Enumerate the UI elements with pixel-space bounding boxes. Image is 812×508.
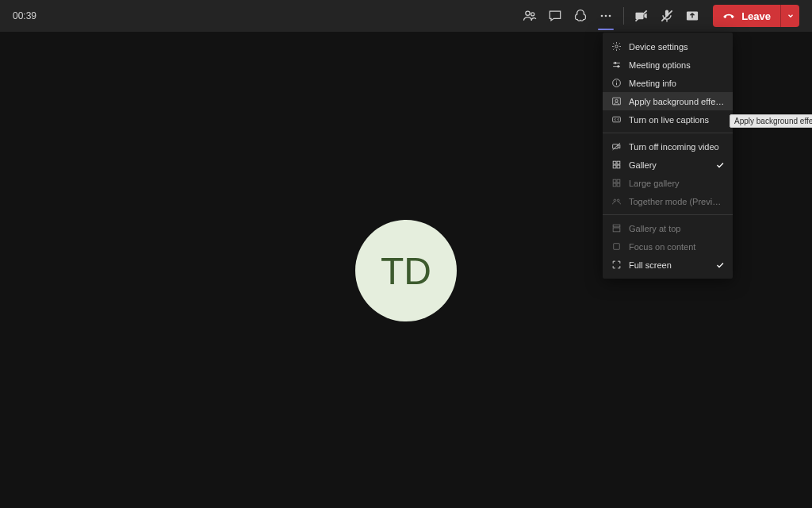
menu-item-focus-content: Focus on content xyxy=(603,237,733,256)
svg-rect-28 xyxy=(617,179,620,183)
svg-point-10 xyxy=(615,45,617,48)
svg-point-13 xyxy=(614,62,615,64)
leave-options-button[interactable] xyxy=(780,5,799,27)
together-icon xyxy=(611,196,622,207)
menu-item-gallery-top: Gallery at top xyxy=(603,219,733,237)
leave-label: Leave xyxy=(741,10,771,22)
camera-off-icon xyxy=(634,8,649,24)
people-icon xyxy=(522,8,538,24)
svg-point-17 xyxy=(615,81,616,82)
svg-point-1 xyxy=(531,13,534,16)
leave-group: Leave xyxy=(713,5,799,27)
grid-icon xyxy=(611,178,622,189)
menu-item-label: Together mode (Preview) xyxy=(629,197,725,206)
svg-rect-27 xyxy=(613,179,616,183)
svg-point-4 xyxy=(609,15,611,17)
more-icon xyxy=(598,8,614,24)
svg-rect-29 xyxy=(613,183,616,187)
menu-item-together-mode: Together mode (Preview) xyxy=(603,192,733,210)
menu-item-large-gallery: Large gallery xyxy=(603,174,733,192)
menu-item-meeting-options[interactable]: Meeting options xyxy=(603,56,733,74)
menu-item-label: Apply background effects xyxy=(629,97,725,106)
menu-item-meeting-info[interactable]: Meeting info xyxy=(603,74,733,92)
cc-icon xyxy=(611,114,622,125)
person-bg-icon xyxy=(611,96,622,107)
chevron-down-icon xyxy=(787,9,795,23)
menu-item-full-screen[interactable]: Full screen xyxy=(603,256,733,274)
svg-point-3 xyxy=(605,15,607,17)
svg-point-31 xyxy=(613,199,615,202)
svg-rect-26 xyxy=(617,165,620,168)
fullscreen-icon xyxy=(611,260,622,271)
svg-point-2 xyxy=(601,15,603,17)
share-tray-icon xyxy=(684,8,700,24)
people-button[interactable] xyxy=(517,0,542,32)
camera-toggle-button[interactable] xyxy=(629,0,654,32)
info-icon xyxy=(611,78,622,89)
menu-item-label: Focus on content xyxy=(629,242,725,252)
toolbar: Leave xyxy=(517,0,799,32)
avatar-initials: TD xyxy=(381,249,431,293)
svg-rect-30 xyxy=(617,183,620,187)
menu-item-device-settings[interactable]: Device settings xyxy=(603,37,733,56)
menu-item-label: Gallery at top xyxy=(629,224,725,233)
menu-item-label: Meeting info xyxy=(629,79,725,88)
svg-rect-20 xyxy=(612,117,620,122)
call-timer: 00:39 xyxy=(13,10,36,21)
more-actions-menu: Device settingsMeeting optionsMeeting in… xyxy=(603,33,733,279)
svg-rect-21 xyxy=(612,144,618,148)
svg-rect-24 xyxy=(617,161,620,164)
mic-toggle-button[interactable] xyxy=(654,0,680,32)
menu-item-label: Gallery xyxy=(629,160,708,170)
menu-item-bg-effects[interactable]: Apply background effects xyxy=(603,92,733,110)
check-icon xyxy=(715,260,725,270)
check-icon xyxy=(715,160,725,170)
menu-item-label: Large gallery xyxy=(629,179,725,188)
menu-item-label: Device settings xyxy=(629,42,725,52)
svg-rect-35 xyxy=(613,244,619,250)
svg-rect-25 xyxy=(613,165,616,168)
gear-icon xyxy=(611,41,622,52)
grid-icon xyxy=(611,160,622,171)
svg-point-19 xyxy=(615,99,617,102)
leave-button[interactable]: Leave xyxy=(713,5,780,27)
menu-item-incoming-video[interactable]: Turn off incoming video xyxy=(603,137,733,156)
participant-avatar: TD xyxy=(355,220,457,321)
svg-rect-23 xyxy=(613,161,616,164)
hangup-icon xyxy=(722,9,735,24)
more-actions-button[interactable] xyxy=(593,0,619,32)
mic-off-icon xyxy=(659,8,675,24)
chat-icon xyxy=(547,8,563,24)
reactions-button[interactable] xyxy=(568,0,593,32)
menu-item-live-captions[interactable]: Turn on live captions xyxy=(603,110,733,129)
svg-rect-34 xyxy=(613,228,620,232)
share-button[interactable] xyxy=(680,0,705,32)
top-bar: 00:39 xyxy=(0,0,812,32)
svg-rect-18 xyxy=(612,98,620,105)
reactions-icon xyxy=(573,8,588,24)
chat-button[interactable] xyxy=(542,0,568,32)
menu-divider xyxy=(603,214,733,215)
focus-icon xyxy=(611,241,622,252)
toolbar-separator xyxy=(623,7,624,25)
gallery-top-icon xyxy=(611,223,622,234)
menu-divider xyxy=(603,133,733,133)
menu-item-label: Meeting options xyxy=(629,60,725,70)
camera-off-icon xyxy=(611,141,622,152)
menu-item-label: Turn off incoming video xyxy=(629,142,725,152)
svg-rect-33 xyxy=(613,225,620,227)
menu-item-gallery[interactable]: Gallery xyxy=(603,156,733,174)
sliders-icon xyxy=(611,60,622,71)
svg-point-14 xyxy=(617,66,619,67)
svg-point-32 xyxy=(617,199,619,202)
svg-point-0 xyxy=(526,11,530,15)
menu-item-label: Full screen xyxy=(629,260,708,270)
tooltip: Apply background effects xyxy=(730,114,812,128)
menu-item-label: Turn on live captions xyxy=(629,115,725,125)
